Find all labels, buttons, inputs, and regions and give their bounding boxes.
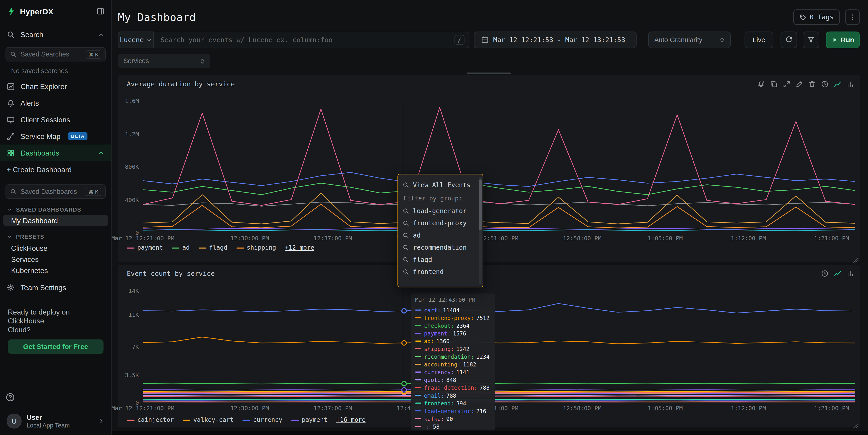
legend-item-flagd[interactable]: flagd <box>198 244 227 251</box>
legend-item-cainjector[interactable]: cainjector <box>127 416 174 424</box>
tooltip-row: accounting:1182 <box>415 361 491 368</box>
sidebar-item-kubernetes[interactable]: Kubernetes <box>3 265 108 276</box>
series-color-dash <box>415 340 421 342</box>
alert-add-icon[interactable] <box>757 81 765 88</box>
tags-button[interactable]: 0 Tags <box>793 9 840 25</box>
sidebar-item-clickhouse[interactable]: ClickHouse <box>3 243 108 254</box>
chart-canvas-event-count[interactable] <box>143 290 855 402</box>
legend-item-shipping[interactable]: shipping <box>236 244 276 251</box>
expand-icon[interactable] <box>783 81 790 88</box>
clickhouse-cloud-promo: Ready to deploy on ClickHouse Cloud? Get… <box>8 308 103 354</box>
panel-header[interactable]: Event count by service <box>127 269 854 278</box>
time-range-icon[interactable] <box>821 270 829 277</box>
date-range-picker[interactable]: Mar 12 12:21:53 - Mar 12 13:21:53 <box>474 32 637 48</box>
panel-average-duration: Average duration by service paymentadfla… <box>118 75 860 262</box>
series-line-shipping <box>143 204 855 228</box>
series-line-payment <box>143 390 855 390</box>
sidebar-collapse-icon[interactable] <box>96 7 104 15</box>
tooltip-row: checkout:2364 <box>415 321 491 329</box>
search-icon <box>402 232 409 239</box>
beta-badge: BETA <box>68 132 87 140</box>
group-filter-item-ad[interactable]: ad <box>402 229 479 241</box>
search-icon <box>402 269 409 275</box>
view-all-events-item[interactable]: View All Events <box>402 179 479 191</box>
user-menu[interactable]: U User Local App Team <box>0 409 111 435</box>
granularity-select[interactable]: Auto Granularity <box>648 32 731 48</box>
services-select[interactable]: Services <box>118 54 210 68</box>
legend-more-link[interactable]: +12 more <box>285 244 314 251</box>
run-button[interactable]: Run <box>826 32 860 48</box>
delete-icon[interactable] <box>808 81 816 88</box>
bar-chart-icon[interactable] <box>846 270 854 277</box>
get-started-button[interactable]: Get Started for Free <box>8 339 103 354</box>
sidebar-item-team-settings[interactable]: Team Settings <box>0 280 111 294</box>
saved-dashboards-section-label[interactable]: SAVED DASHBOARDS <box>7 206 104 213</box>
x-axis-label: Mar 12 12:21:00 PM <box>111 235 175 241</box>
edit-icon[interactable] <box>795 81 803 88</box>
tag-icon <box>799 14 807 21</box>
legend-item-payment[interactable]: payment <box>291 416 328 424</box>
group-filter-item-frontend-proxy[interactable]: frontend-proxy <box>402 217 479 229</box>
chart-svg <box>143 290 855 402</box>
sidebar-item-my-dashboard[interactable]: My Dashboard <box>3 215 108 226</box>
series-color-dash <box>198 247 206 248</box>
live-button[interactable]: Live <box>745 32 773 48</box>
language-select[interactable]: Lucene <box>118 32 154 48</box>
chevron-up-icon[interactable] <box>97 149 105 156</box>
duplicate-icon[interactable] <box>770 81 778 88</box>
resize-handle[interactable] <box>853 255 858 260</box>
panel-drag-handle[interactable] <box>467 72 511 74</box>
legend-item-valkey-cart[interactable]: valkey-cart <box>183 416 234 424</box>
menu-scrollbar-thumb[interactable] <box>479 180 482 230</box>
hyperdx-logo: HyperDX <box>7 7 96 16</box>
group-filter-item-flagd[interactable]: flagd <box>402 253 479 266</box>
saved-searches-input[interactable]: Saved Searches ⌘ K <box>5 47 106 61</box>
chart-legend: paymentadflagdshipping+12 more <box>127 244 314 251</box>
bar-chart-icon[interactable] <box>846 81 854 88</box>
legend-item-payment[interactable]: payment <box>127 244 163 251</box>
line-chart-icon[interactable] <box>834 81 841 88</box>
tooltip-timestamp: Mar 12 12:43:00 PM <box>415 297 491 306</box>
y-axis-label: 3.5K <box>118 371 139 378</box>
chart-svg <box>143 101 855 232</box>
chart-canvas-average-duration[interactable] <box>143 101 855 232</box>
x-axis-label: 1:05:00 PM <box>648 235 683 241</box>
resize-handle[interactable] <box>853 421 858 426</box>
search-input[interactable]: Search your events w/ Lucene ex. column:… <box>154 32 469 48</box>
sidebar-item-dashboards[interactable]: Dashboards <box>0 145 111 161</box>
x-axis-label: 12:37:00 PM <box>314 235 352 241</box>
dashboard-menu-button[interactable] <box>845 9 860 25</box>
sidebar-item-search[interactable]: Search <box>0 28 111 40</box>
presets-section-label[interactable]: PRESETS <box>7 232 104 240</box>
sidebar-nav: Chart ExplorerAlertsClient SessionsServi… <box>0 78 111 161</box>
x-axis-label: 12:37:00 PM <box>314 405 352 411</box>
hover-marker-payment <box>402 387 406 392</box>
saved-dashboards-input[interactable]: Saved Dashboards ⌘ K <box>5 184 106 199</box>
chevron-up-icon[interactable] <box>97 31 105 38</box>
legend-more-link[interactable]: +16 more <box>336 416 366 424</box>
sidebar-item-services[interactable]: Services <box>3 253 108 265</box>
menu-scrollbar[interactable] <box>479 177 482 285</box>
legend-item-ad[interactable]: ad <box>172 244 190 251</box>
line-chart-icon[interactable] <box>834 270 841 277</box>
series-color-dash <box>415 356 421 357</box>
sidebar-item-service-map[interactable]: Service MapBETA <box>0 128 111 145</box>
legend-item-currency[interactable]: currency <box>243 416 282 424</box>
refresh-button[interactable] <box>781 32 797 48</box>
search-icon <box>7 30 15 38</box>
panel-toolbar <box>757 81 854 88</box>
panel-header[interactable]: Average duration by service <box>127 80 854 89</box>
group-filter-item-recommendation[interactable]: recommendation <box>402 241 479 253</box>
create-dashboard-button[interactable]: + Create Dashboard <box>0 161 111 178</box>
group-filter-item-load-generator[interactable]: load-generator <box>402 205 479 217</box>
time-range-icon[interactable] <box>821 81 829 88</box>
help-icon[interactable] <box>5 393 15 402</box>
x-axis-label: 1:21:00 PM <box>814 405 849 411</box>
group-filter-item-frontend[interactable]: frontend <box>402 266 479 278</box>
series-color-dash <box>415 379 421 380</box>
sidebar-item-client-sessions[interactable]: Client Sessions <box>0 112 111 128</box>
sidebar-item-alerts[interactable]: Alerts <box>0 95 111 112</box>
gear-icon <box>7 283 15 291</box>
sidebar-item-chart-explorer[interactable]: Chart Explorer <box>0 78 111 95</box>
filter-button[interactable] <box>803 32 819 48</box>
